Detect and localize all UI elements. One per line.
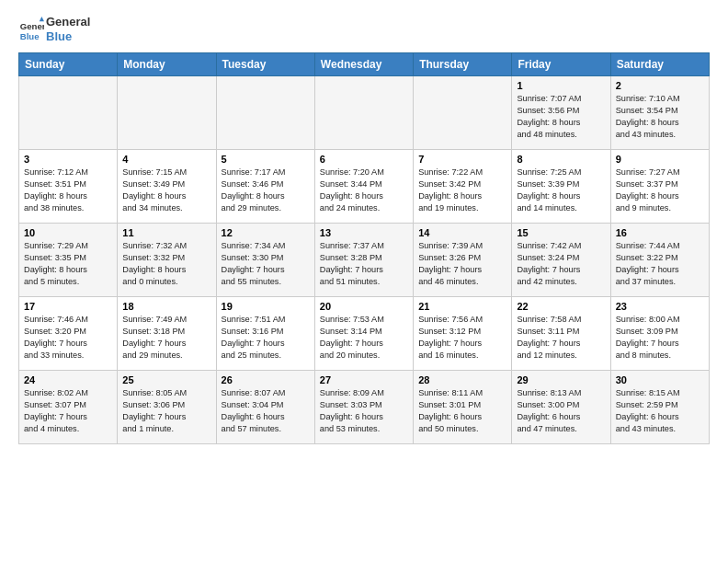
day-number: 3	[24, 154, 112, 165]
day-number: 16	[616, 227, 704, 238]
cell-info: Sunrise: 7:29 AM Sunset: 3:35 PM Dayligh…	[24, 240, 112, 288]
cell-info: Sunrise: 7:53 AM Sunset: 3:14 PM Dayligh…	[320, 314, 408, 362]
cell-info: Sunrise: 7:44 AM Sunset: 3:22 PM Dayligh…	[616, 240, 704, 288]
day-number: 8	[517, 154, 605, 165]
cell-info: Sunrise: 7:32 AM Sunset: 3:32 PM Dayligh…	[122, 240, 210, 288]
day-number: 10	[24, 227, 112, 238]
day-number: 25	[122, 374, 210, 385]
cell-info: Sunrise: 7:22 AM Sunset: 3:42 PM Dayligh…	[418, 167, 506, 214]
cell-info: Sunrise: 7:20 AM Sunset: 3:44 PM Dayligh…	[320, 167, 408, 214]
calendar-header-sunday: Sunday	[19, 53, 118, 76]
day-number: 29	[517, 374, 605, 385]
calendar-cell: 23Sunrise: 8:00 AM Sunset: 3:09 PM Dayli…	[610, 297, 709, 371]
calendar-cell: 1Sunrise: 7:07 AM Sunset: 3:56 PM Daylig…	[512, 76, 610, 150]
cell-info: Sunrise: 7:10 AM Sunset: 3:54 PM Dayligh…	[616, 93, 704, 141]
day-number: 27	[320, 374, 408, 385]
calendar-cell: 24Sunrise: 8:02 AM Sunset: 3:07 PM Dayli…	[19, 371, 118, 444]
day-number: 21	[418, 301, 506, 312]
day-number: 9	[616, 154, 704, 165]
calendar-cell: 18Sunrise: 7:49 AM Sunset: 3:18 PM Dayli…	[118, 297, 216, 371]
cell-info: Sunrise: 8:00 AM Sunset: 3:09 PM Dayligh…	[616, 314, 704, 362]
cell-info: Sunrise: 8:13 AM Sunset: 3:00 PM Dayligh…	[517, 387, 605, 435]
calendar-cell: 30Sunrise: 8:15 AM Sunset: 2:59 PM Dayli…	[610, 371, 709, 444]
calendar-cell: 13Sunrise: 7:37 AM Sunset: 3:28 PM Dayli…	[314, 224, 413, 297]
header: General Blue General Blue	[18, 15, 710, 43]
day-number: 15	[517, 227, 605, 238]
calendar-week-1: 1Sunrise: 7:07 AM Sunset: 3:56 PM Daylig…	[19, 76, 710, 150]
calendar-cell	[314, 76, 413, 150]
day-number: 1	[517, 80, 605, 91]
cell-info: Sunrise: 7:58 AM Sunset: 3:11 PM Dayligh…	[517, 314, 605, 362]
cell-info: Sunrise: 8:15 AM Sunset: 2:59 PM Dayligh…	[616, 387, 704, 435]
calendar-cell: 10Sunrise: 7:29 AM Sunset: 3:35 PM Dayli…	[19, 224, 118, 297]
cell-info: Sunrise: 7:34 AM Sunset: 3:30 PM Dayligh…	[222, 240, 310, 288]
calendar-header-thursday: Thursday	[414, 53, 512, 76]
day-number: 11	[122, 227, 210, 238]
calendar-cell: 2Sunrise: 7:10 AM Sunset: 3:54 PM Daylig…	[610, 76, 709, 150]
logo: General Blue General Blue	[18, 15, 90, 43]
calendar-cell: 5Sunrise: 7:17 AM Sunset: 3:46 PM Daylig…	[216, 150, 314, 224]
day-number: 20	[320, 301, 408, 312]
page: General Blue General Blue SundayMondayTu…	[0, 0, 728, 563]
calendar-header-tuesday: Tuesday	[216, 53, 314, 76]
logo-icon: General Blue	[18, 17, 44, 42]
cell-info: Sunrise: 7:39 AM Sunset: 3:26 PM Dayligh…	[418, 240, 506, 288]
calendar-cell: 19Sunrise: 7:51 AM Sunset: 3:16 PM Dayli…	[216, 297, 314, 371]
cell-info: Sunrise: 7:12 AM Sunset: 3:51 PM Dayligh…	[24, 167, 112, 214]
calendar-cell: 16Sunrise: 7:44 AM Sunset: 3:22 PM Dayli…	[610, 224, 709, 297]
calendar-cell: 15Sunrise: 7:42 AM Sunset: 3:24 PM Dayli…	[512, 224, 610, 297]
day-number: 19	[222, 301, 310, 312]
cell-info: Sunrise: 8:11 AM Sunset: 3:01 PM Dayligh…	[418, 387, 506, 435]
day-number: 26	[222, 374, 310, 385]
day-number: 22	[517, 301, 605, 312]
calendar-cell: 27Sunrise: 8:09 AM Sunset: 3:03 PM Dayli…	[314, 371, 413, 444]
day-number: 17	[24, 301, 112, 312]
calendar-cell: 6Sunrise: 7:20 AM Sunset: 3:44 PM Daylig…	[314, 150, 413, 224]
day-number: 13	[320, 227, 408, 238]
cell-info: Sunrise: 7:25 AM Sunset: 3:39 PM Dayligh…	[517, 167, 605, 214]
day-number: 18	[122, 301, 210, 312]
calendar-week-2: 3Sunrise: 7:12 AM Sunset: 3:51 PM Daylig…	[19, 150, 710, 224]
calendar-header-wednesday: Wednesday	[314, 53, 413, 76]
calendar-cell: 29Sunrise: 8:13 AM Sunset: 3:00 PM Dayli…	[512, 371, 610, 444]
calendar-cell: 28Sunrise: 8:11 AM Sunset: 3:01 PM Dayli…	[414, 371, 512, 444]
calendar-cell: 20Sunrise: 7:53 AM Sunset: 3:14 PM Dayli…	[314, 297, 413, 371]
cell-info: Sunrise: 7:37 AM Sunset: 3:28 PM Dayligh…	[320, 240, 408, 288]
day-number: 7	[418, 154, 506, 165]
cell-info: Sunrise: 8:09 AM Sunset: 3:03 PM Dayligh…	[320, 387, 408, 435]
cell-info: Sunrise: 7:42 AM Sunset: 3:24 PM Dayligh…	[517, 240, 605, 288]
day-number: 14	[418, 227, 506, 238]
svg-text:General: General	[20, 21, 44, 31]
cell-info: Sunrise: 7:49 AM Sunset: 3:18 PM Dayligh…	[122, 314, 210, 362]
logo-general: General	[46, 15, 90, 29]
cell-info: Sunrise: 8:02 AM Sunset: 3:07 PM Dayligh…	[24, 387, 112, 435]
day-number: 6	[320, 154, 408, 165]
calendar-cell	[216, 76, 314, 150]
calendar-header-saturday: Saturday	[610, 53, 709, 76]
calendar-cell: 8Sunrise: 7:25 AM Sunset: 3:39 PM Daylig…	[512, 150, 610, 224]
calendar-header-friday: Friday	[512, 53, 610, 76]
cell-info: Sunrise: 8:05 AM Sunset: 3:06 PM Dayligh…	[122, 387, 210, 435]
calendar-cell: 25Sunrise: 8:05 AM Sunset: 3:06 PM Dayli…	[118, 371, 216, 444]
cell-info: Sunrise: 7:15 AM Sunset: 3:49 PM Dayligh…	[122, 167, 210, 214]
day-number: 12	[222, 227, 310, 238]
cell-info: Sunrise: 7:51 AM Sunset: 3:16 PM Dayligh…	[222, 314, 310, 362]
calendar-cell: 4Sunrise: 7:15 AM Sunset: 3:49 PM Daylig…	[118, 150, 216, 224]
logo-blue: Blue	[46, 29, 90, 44]
calendar-week-3: 10Sunrise: 7:29 AM Sunset: 3:35 PM Dayli…	[19, 224, 710, 297]
calendar-cell: 11Sunrise: 7:32 AM Sunset: 3:32 PM Dayli…	[118, 224, 216, 297]
svg-text:Blue: Blue	[20, 30, 40, 40]
day-number: 5	[222, 154, 310, 165]
calendar-week-4: 17Sunrise: 7:46 AM Sunset: 3:20 PM Dayli…	[19, 297, 710, 371]
calendar-cell: 22Sunrise: 7:58 AM Sunset: 3:11 PM Dayli…	[512, 297, 610, 371]
svg-marker-2	[40, 17, 44, 21]
cell-info: Sunrise: 8:07 AM Sunset: 3:04 PM Dayligh…	[222, 387, 310, 435]
cell-info: Sunrise: 7:07 AM Sunset: 3:56 PM Dayligh…	[517, 93, 605, 141]
cell-info: Sunrise: 7:46 AM Sunset: 3:20 PM Dayligh…	[24, 314, 112, 362]
calendar-cell: 7Sunrise: 7:22 AM Sunset: 3:42 PM Daylig…	[414, 150, 512, 224]
cell-info: Sunrise: 7:17 AM Sunset: 3:46 PM Dayligh…	[222, 167, 310, 214]
calendar-header-monday: Monday	[118, 53, 216, 76]
calendar: SundayMondayTuesdayWednesdayThursdayFrid…	[18, 52, 710, 444]
day-number: 30	[616, 374, 704, 385]
calendar-cell: 26Sunrise: 8:07 AM Sunset: 3:04 PM Dayli…	[216, 371, 314, 444]
